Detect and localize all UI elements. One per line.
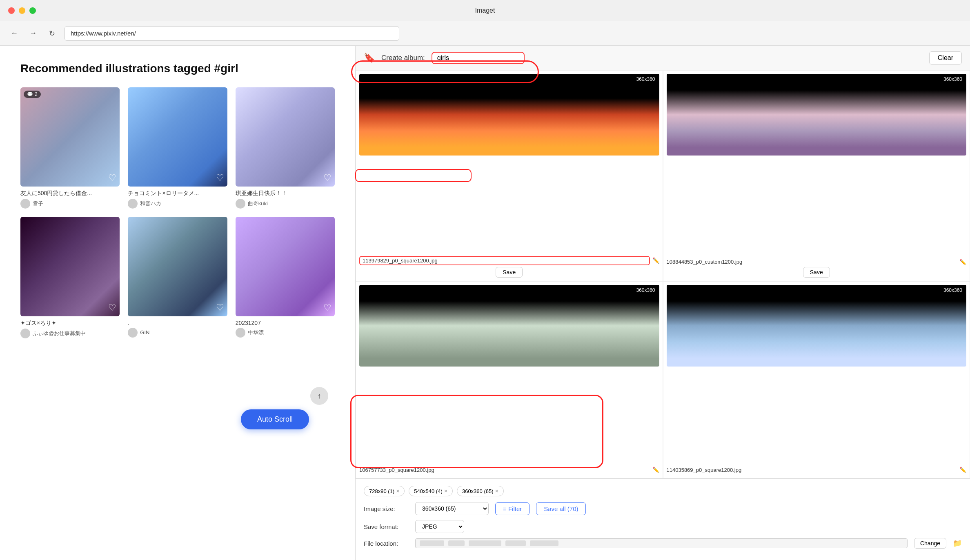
avatar <box>236 328 245 338</box>
window-title: Imaget <box>475 7 495 14</box>
author-name: 雪子 <box>33 200 43 207</box>
thumbnail: 💬 2 ♡ <box>20 87 120 187</box>
author-name: 中华漂 <box>248 329 264 336</box>
save-format-row: Save format: JPEG PNG WEBP <box>364 520 962 533</box>
back-button[interactable]: ← <box>8 27 20 40</box>
list-item[interactable]: ♡ 琪亚娜生日快乐！！ 曲奇kuki <box>236 87 335 209</box>
window-controls[interactable] <box>8 7 36 14</box>
author-row: 曲奇kuki <box>236 199 335 209</box>
list-item[interactable]: ♡ ✦ゴス×ろり✦ ふぃゆ@お仕事募集中 <box>20 217 120 338</box>
list-item[interactable]: 💬 2 ♡ 友人に500円貸したら借金... 雪子 <box>20 87 120 209</box>
size-badge: 360x360 <box>634 76 657 83</box>
image-preview: 360x360 <box>359 74 659 254</box>
file-location-label: File location: <box>364 540 409 547</box>
edit-icon[interactable]: ✏️ <box>652 257 659 264</box>
author-row: 和音ハカ <box>128 199 227 209</box>
address-bar[interactable] <box>65 26 399 41</box>
author-name: 曲奇kuki <box>248 200 268 207</box>
filename-row: 114035869_p0_square1200.jpg ✏️ <box>667 465 967 475</box>
avatar <box>20 199 30 209</box>
thumbnail: ♡ <box>236 87 335 187</box>
author-name: 和音ハカ <box>140 200 161 207</box>
edit-icon[interactable]: ✏️ <box>959 259 966 265</box>
path-segment <box>469 540 501 546</box>
avatar <box>128 328 138 338</box>
bottom-controls: 728x90 (1) × 540x540 (4) × 360x360 (65) … <box>356 479 970 560</box>
refresh-button[interactable]: ↻ <box>46 27 58 40</box>
image-size-label: Image size: <box>364 505 409 512</box>
format-select[interactable]: JPEG PNG WEBP <box>415 520 464 533</box>
image-filename: 106757733_p0_square1200.jpg <box>359 467 650 473</box>
size-badge: 360x360 <box>941 287 965 294</box>
image-size-select[interactable]: 360x360 (65) 540x540 (4) 728x90 (1) <box>415 502 489 515</box>
filter-button[interactable]: ≡ Filter <box>495 502 529 515</box>
image-filename: 108844853_p0_custom1200.jpg <box>667 259 957 265</box>
like-button[interactable]: ♡ <box>108 173 116 183</box>
like-button[interactable]: ♡ <box>323 173 331 183</box>
comment-badge: 💬 2 <box>24 91 41 98</box>
image-thumbnail <box>359 285 659 367</box>
filename-row: 106757733_p0_square1200.jpg ✏️ <box>359 465 659 475</box>
size-tag-label: 728x90 (1) <box>369 488 394 494</box>
like-button[interactable]: ♡ <box>216 173 224 183</box>
minimize-button[interactable] <box>19 7 25 14</box>
size-tag-360[interactable]: 360x360 (65) × <box>457 486 504 496</box>
image-cell: 360x360 108844853_p0_custom1200.jpg ✏️ S… <box>663 70 970 281</box>
remove-tag-icon[interactable]: × <box>396 488 399 494</box>
remove-tag-icon[interactable]: × <box>495 488 498 494</box>
image-preview: 360x360 <box>667 285 967 465</box>
image-filename: 113979829_p0_square1200.jpg <box>359 256 650 265</box>
album-label: Create album: <box>381 54 425 62</box>
remove-tag-icon[interactable]: × <box>444 488 447 494</box>
like-button[interactable]: ♡ <box>216 302 224 313</box>
like-button[interactable]: ♡ <box>323 302 331 313</box>
clear-button[interactable]: Clear <box>929 51 962 64</box>
list-item[interactable]: ♡ 20231207 中华漂 <box>236 217 335 338</box>
size-tag-540[interactable]: 540x540 (4) × <box>409 486 453 496</box>
illust-title: 20231207 <box>236 320 335 326</box>
image-thumbnail <box>667 74 967 156</box>
save-all-button[interactable]: Save all (70) <box>536 502 586 515</box>
author-row: ふぃゆ@お仕事募集中 <box>20 329 120 338</box>
album-input[interactable] <box>432 52 525 64</box>
scroll-up-button[interactable]: ↑ <box>310 387 328 405</box>
save-button[interactable]: Save <box>496 267 523 278</box>
close-button[interactable] <box>8 7 15 14</box>
bookmark-icon: 🔖 <box>364 53 375 63</box>
illust-title: . <box>128 320 227 326</box>
illust-title: ✦ゴス×ろり✦ <box>20 320 120 327</box>
size-badge: 360x360 <box>634 287 657 294</box>
file-location-bar <box>415 538 908 548</box>
list-item[interactable]: ♡ チョコミント×ロリータメ... 和音ハカ <box>128 87 227 209</box>
image-filename: 114035869_p0_square1200.jpg <box>667 467 957 473</box>
avatar <box>20 329 30 338</box>
size-tag-728[interactable]: 728x90 (1) × <box>364 486 405 496</box>
path-segment <box>448 540 465 546</box>
author-name: GIN <box>140 329 149 336</box>
image-thumbnail <box>667 285 967 367</box>
list-item[interactable]: ♡ . GIN <box>128 217 227 338</box>
image-cell: 360x360 113979829_p0_square1200.jpg ✏️ S… <box>356 70 663 281</box>
comment-count: 2 <box>35 91 38 97</box>
file-location-row: File location: Change 📁 <box>364 538 962 549</box>
size-tag-label: 360x360 (65) <box>462 488 494 494</box>
size-badge: 360x360 <box>941 76 965 83</box>
author-row: GIN <box>128 328 227 338</box>
image-preview: 360x360 <box>667 74 967 257</box>
maximize-button[interactable] <box>29 7 36 14</box>
comment-icon: 💬 <box>27 91 33 97</box>
titlebar: Imaget <box>0 0 970 21</box>
edit-icon[interactable]: ✏️ <box>959 467 966 473</box>
image-size-row: Image size: 360x360 (65) 540x540 (4) 728… <box>364 502 962 515</box>
edit-icon[interactable]: ✏️ <box>652 467 659 473</box>
avatar <box>236 199 245 209</box>
extension-topbar: 🔖 Create album: Clear <box>356 46 970 70</box>
save-button[interactable]: Save <box>803 267 830 278</box>
folder-icon[interactable]: 📁 <box>953 539 962 548</box>
thumbnail: ♡ <box>128 87 227 187</box>
forward-button[interactable]: → <box>27 27 39 40</box>
illustration-grid: 💬 2 ♡ 友人に500円貸したら借金... 雪子 ♡ チョコミント×ロリータメ… <box>20 87 335 338</box>
change-location-button[interactable]: Change <box>914 538 946 549</box>
auto-scroll-button[interactable]: Auto Scroll <box>241 409 309 429</box>
like-button[interactable]: ♡ <box>108 302 116 313</box>
